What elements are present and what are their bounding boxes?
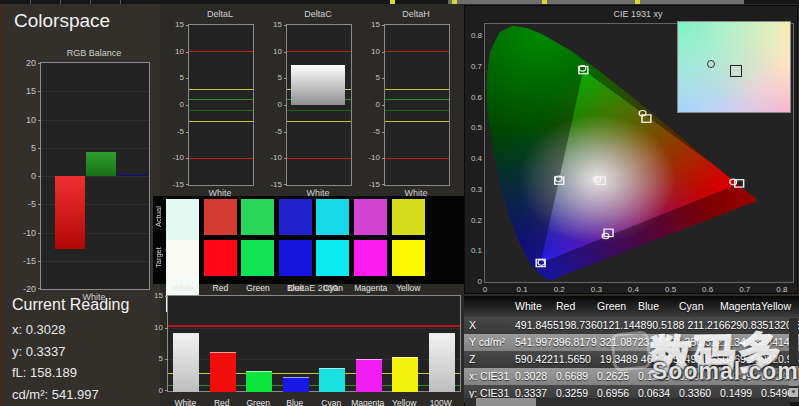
delta-e-plot: 151050 [167,295,461,392]
bar [55,176,85,249]
color-swatch-white [166,199,199,235]
reference-line [189,110,253,111]
y-tick-mark [284,78,287,79]
table-cell: 0.1985 [679,368,720,385]
reading-cdm2: cd/m²: 541.997 [12,387,129,402]
reference-line [287,110,351,111]
table-cell: 467.7653 [641,351,685,368]
table-cell: 0.2625 [597,368,638,385]
gridline [41,120,149,121]
scroll-down-button[interactable]: ▼ [789,388,798,397]
color-swatch-yellow [392,240,425,276]
x-tick-label: 0.5 [661,285,681,294]
page-title: Colorspace [14,10,110,32]
color-swatch-red [204,240,237,276]
y-tick-mark [382,25,385,26]
delta-l-chart: DeltaL 151050-5-10-15 White [160,4,258,200]
y-tick-label: -15 [161,180,184,189]
chart-title: DeltaC [286,9,350,19]
gridline [41,148,149,149]
vertical-scrollbar[interactable] [789,318,798,398]
table-header-cell: Cyan [679,296,720,317]
y-tick-label: -10 [161,153,184,162]
measurement-table: WhiteRedGreenBlueCyanMagentaYellowX491.8… [464,296,799,406]
y-tick-mark [165,296,168,297]
bar [291,65,345,105]
y-tick-mark [382,184,385,185]
y-tick-label: 0 [466,277,482,286]
current-reading-block: Current Reading x: 0.3028 y: 0.3337 fL: … [12,296,129,406]
table-row: X491.8455198.7360121.144890.5188211.2166… [464,317,799,334]
reference-line [189,121,253,122]
delta-c-plot: 151050-5-10-15 [286,24,352,186]
horizontal-scrollbar-thumb[interactable] [476,398,536,406]
x-tick-label: 0.8 [772,285,792,294]
bar [283,377,309,392]
y-tick-mark [186,25,189,26]
y-tick-label: 0.3 [466,185,482,194]
y-tick-label: 15 [161,20,184,29]
vertical-scrollbar-thumb[interactable] [789,366,798,386]
table-header-cell: White [515,296,556,317]
category-label: Red [204,398,241,406]
table-cell: 19.3489 [600,351,641,368]
y-tick-mark [382,105,385,106]
color-swatch-red [204,199,237,235]
y-tick-mark [284,105,287,106]
x-tick-label: 0.2 [549,285,569,294]
y-tick-label: -5 [13,199,36,209]
table-cell: 0.3028 [515,368,556,385]
color-swatch-grid: Actual Target WhiteRedGreenBlueCyanMagen… [153,196,465,284]
rgb-balance-chart: RGB Balance 20151050-5-10-15-20 White [10,44,160,300]
category-label: Yellow [386,398,423,406]
category-label: Green [240,398,277,406]
y-tick-label: 0 [357,100,380,109]
row-label-cell: X [464,317,515,334]
table-cell: 491.8455 [515,317,559,334]
y-tick-label: 5 [140,354,163,363]
row-label-cell: Z [464,351,515,368]
table-header-cell [464,296,515,317]
swatch-row-label: Target [154,240,164,276]
y-tick-label: 10 [140,323,163,332]
x-tick-label: 0.3 [586,285,606,294]
table-cell: 321.0872 [600,334,644,351]
y-tick-label: 5 [161,73,184,82]
dock-handle-icon[interactable] [542,0,547,4]
bar [117,174,147,176]
y-tick-label: 5 [259,73,282,82]
chart-title: DeltaH [384,9,448,19]
chart-title: DeltaL [188,9,252,19]
gridline [41,261,149,262]
dock-handle-icon[interactable] [635,0,640,4]
y-tick-mark [284,132,287,133]
table-cell: 0.3249 [720,368,761,385]
ruler-tick [120,0,121,4]
table-cell: 590.4221 [515,351,559,368]
table-cell: 469.3303 [728,351,772,368]
table-cell: 90.5188 [646,317,687,334]
y-tick-mark [186,78,189,79]
row-label-cell: x: CIE31 [464,368,515,385]
y-tick-label: 0.6 [466,93,482,102]
bar [356,359,382,392]
x-tick-label: 0 [475,285,495,294]
category-label: Blue [277,398,314,406]
table-row: Y cd/m²541.997396.8179321.087237.5101356… [464,334,799,351]
y-tick-label: 15 [357,20,380,29]
color-swatch-magenta [354,199,387,235]
table-cell: 0.6689 [556,368,597,385]
y-tick-label: -5 [357,127,380,136]
y-tick-label: 0.7 [466,62,482,71]
y-tick-label: 15 [259,20,282,29]
measured-point-icon [707,60,715,68]
current-reading-heading: Current Reading [12,296,129,314]
bar [246,371,272,392]
gridline [168,328,460,329]
chart-title: RGB Balance [40,48,148,58]
chart-title: DeltaE 2000 [167,283,459,293]
y-tick-label: -15 [259,180,282,189]
ruler-tick [60,0,61,4]
bar [429,333,455,392]
table-header-cell: Blue [638,296,679,317]
